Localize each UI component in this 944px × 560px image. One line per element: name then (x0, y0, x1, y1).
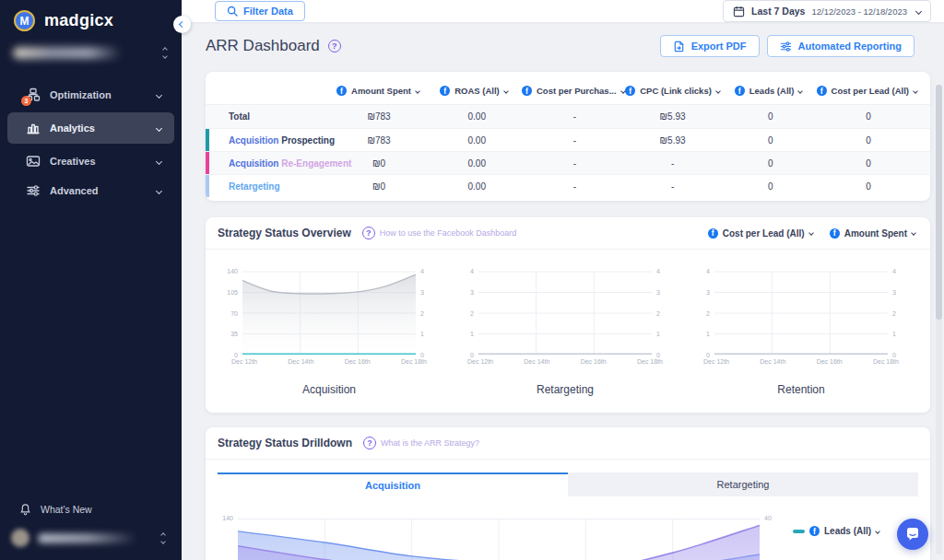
sidebar-bottom: What's New (0, 499, 182, 560)
table-header-row: Amount Spent ROAS (All) Cost per Purchas… (206, 77, 930, 105)
column-roas[interactable]: ROAS (All) (426, 86, 522, 96)
facebook-icon (817, 86, 827, 96)
filter-data-button[interactable]: Filter Data (215, 1, 305, 21)
overview-help-link[interactable]: How to use the Facebook Dashboard (362, 227, 517, 239)
export-pdf-label: Export PDF (691, 41, 747, 52)
calendar-icon (733, 6, 745, 18)
bottom-account-selector[interactable] (0, 519, 182, 553)
chart-caption: Retention (694, 383, 908, 396)
metrics-table-card: Amount Spent ROAS (All) Cost per Purchas… (206, 72, 930, 201)
sidebar-item-optimization[interactable]: 3 Optimization (7, 83, 174, 107)
facebook-icon (708, 228, 718, 239)
drilldown-header: Strategy Status Drilldown What is the AR… (206, 427, 930, 460)
sidebar: M madgicx 3 Optimization Analytics (0, 0, 182, 560)
chevron-down-icon (415, 88, 420, 94)
chart-caption: Retargeting (458, 383, 672, 396)
chevron-down-icon (156, 91, 162, 98)
column-cost-per-purchase[interactable]: Cost per Purchas... (522, 86, 625, 96)
chevron-down-icon (911, 230, 916, 236)
sidebar-item-label: Analytics (50, 122, 95, 134)
export-pdf-button[interactable]: Export PDF (660, 35, 760, 57)
table-row-total: Total ₪783 0.00 - ₪5.93 0 0 (206, 105, 930, 128)
account-selector[interactable] (13, 42, 167, 63)
leads-legend-dropdown[interactable]: Leads (All) (793, 526, 879, 536)
bar-chart-icon (26, 121, 41, 135)
column-amount-spent[interactable]: Amount Spent (330, 86, 426, 96)
sidebar-item-advanced[interactable]: Advanced (7, 179, 174, 203)
sidebar-item-creatives[interactable]: Creatives (7, 149, 174, 173)
help-icon (362, 227, 375, 239)
chat-icon (905, 527, 920, 542)
date-range-value: 12/12/2023 - 12/18/2023 (811, 6, 907, 17)
strategy-link[interactable]: Acquisition Prospecting (229, 135, 330, 146)
whats-new-label: What's New (41, 504, 92, 515)
column-cost-per-lead[interactable]: Cost per Lead (All) (817, 86, 917, 96)
legend-dash-icon (793, 530, 805, 533)
facebook-icon (809, 526, 820, 536)
brand-name: madgicx (44, 11, 113, 30)
sidebar-item-label: Advanced (50, 185, 99, 196)
sliders-icon (26, 183, 41, 198)
chevron-down-icon (797, 88, 803, 94)
image-icon (26, 154, 41, 169)
acquisition-chart: 1401057035043210Dec 12thDec 14thDec 16th… (222, 272, 436, 365)
page-header: ARR Dashboard Export PDF Automated Repor… (182, 22, 944, 57)
tab-retargeting[interactable]: Retargeting (568, 472, 918, 496)
main-area: Filter Data Last 7 Days 12/12/2023 - 12/… (182, 0, 944, 560)
section-title: Strategy Status Drilldown (218, 437, 352, 449)
account-name-blurred (38, 533, 137, 543)
cost-per-lead-selector[interactable]: Cost per Lead (All) (708, 228, 813, 239)
help-icon (363, 437, 376, 449)
drilldown-help-link[interactable]: What is the ARR Strategy? (363, 437, 479, 449)
facebook-icon (336, 86, 347, 96)
chart-caption: Acquisition (222, 383, 436, 396)
automated-reporting-label: Automated Reporting (798, 41, 902, 52)
sitemap-icon: 3 (26, 88, 41, 102)
filter-data-label: Filter Data (243, 6, 293, 17)
chevron-down-icon (913, 88, 918, 94)
madgicx-logo-icon: M (14, 10, 35, 31)
chevron-down-icon (503, 88, 509, 94)
help-icon[interactable] (328, 40, 341, 52)
scrollbar-track (936, 85, 942, 554)
sidebar-item-label: Creatives (50, 156, 96, 167)
date-range-picker[interactable]: Last 7 Days 12/12/2023 - 12/18/2023 (723, 0, 931, 22)
table-row-retargeting: Retargeting ₪0 0.00 - - 0 0 (206, 174, 930, 197)
facebook-icon (625, 86, 635, 96)
search-icon (227, 6, 238, 17)
drilldown-tabs: Acquisition Retargeting (218, 472, 918, 496)
facebook-icon (830, 228, 840, 239)
amount-spent-selector[interactable]: Amount Spent (830, 228, 915, 239)
sidebar-collapse-button[interactable] (173, 16, 191, 33)
column-cpc[interactable]: CPC (Link clicks) (625, 86, 721, 96)
strategy-status-overview-card: Strategy Status Overview How to use the … (206, 217, 930, 413)
strategy-link[interactable]: Acquisition Re-Engagement (229, 158, 330, 169)
table-row-acquisition-prospecting: Acquisition Prospecting ₪783 0.00 - ₪5.9… (206, 128, 930, 151)
adjustments-icon (780, 41, 792, 52)
drilldown-chart: 14040 (218, 519, 780, 560)
tab-acquisition[interactable]: Acquisition (218, 472, 568, 496)
content: Amount Spent ROAS (All) Cost per Purchas… (182, 57, 944, 560)
facebook-icon (440, 86, 450, 96)
account-name-blurred (13, 47, 122, 59)
export-icon (673, 41, 685, 52)
automated-reporting-button[interactable]: Automated Reporting (767, 35, 914, 57)
sidebar-item-label: Optimization (50, 89, 112, 100)
row-color-strip (206, 129, 209, 151)
whats-new-button[interactable]: What's New (0, 499, 182, 519)
topbar: Filter Data Last 7 Days 12/12/2023 - 12/… (182, 0, 944, 22)
sidebar-item-analytics[interactable]: Analytics (7, 112, 174, 144)
overview-header: Strategy Status Overview How to use the … (206, 217, 930, 250)
column-leads[interactable]: Leads (All) (721, 86, 817, 96)
chevron-down-icon (156, 124, 162, 131)
chat-widget-button[interactable] (897, 519, 928, 550)
drilldown-chart-row: 14040 Leads (All) (218, 519, 921, 560)
table-row-acquisition-reengagement: Acquisition Re-Engagement ₪0 0.00 - - 0 … (206, 151, 930, 174)
acquisition-chart-block: 1401057035043210Dec 12thDec 14thDec 16th… (222, 272, 436, 396)
chevron-down-icon (875, 529, 880, 534)
strategy-status-drilldown-card: Strategy Status Drilldown What is the AR… (206, 427, 930, 560)
strategy-link[interactable]: Retargeting (229, 181, 330, 192)
bell-icon (18, 503, 32, 517)
retention-chart-block: 4321043210Dec 12thDec 14thDec 16thDec 18… (694, 272, 908, 396)
scrollbar-thumb[interactable] (936, 85, 942, 320)
